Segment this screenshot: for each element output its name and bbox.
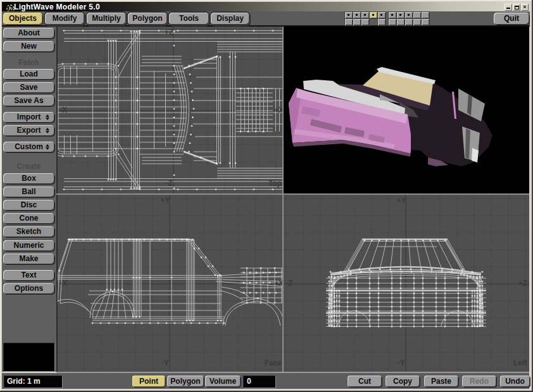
svg-text:-X: -X — [60, 279, 67, 288]
svg-text:Top: Top — [268, 179, 282, 188]
svg-text:+X: +X — [274, 106, 282, 114]
svg-text:Face: Face — [265, 358, 282, 367]
svg-text:-X: -X — [60, 106, 67, 114]
svg-text:+X: +X — [274, 279, 282, 288]
svg-text:+Y: +Y — [160, 196, 170, 205]
svg-text:Left: Left — [513, 358, 527, 367]
svg-text:-Z: -Z — [165, 179, 172, 188]
svg-text:-Z: -Z — [285, 279, 292, 288]
svg-text:-Y: -Y — [398, 358, 405, 367]
svg-text:-Y: -Y — [161, 358, 169, 367]
svg-text:+Y: +Y — [396, 196, 406, 205]
svg-text:+Z: +Z — [165, 28, 173, 37]
svg-text:+Z: +Z — [518, 279, 527, 288]
